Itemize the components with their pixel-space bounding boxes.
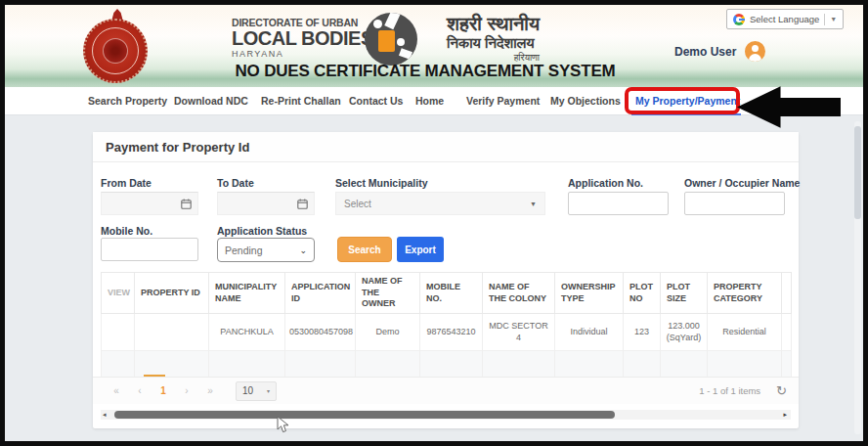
logo-shape [373,20,382,28]
owner-name-label: Owner / Occupier Name [684,177,800,189]
horizontal-scrollbar[interactable]: ◂ ▸ [101,410,791,420]
select-language-label: Select Language [750,14,819,24]
scroll-right-icon[interactable]: ▸ [783,410,787,420]
nav-item-contact-us[interactable]: Contact Us [349,87,403,115]
status-selected-value: Pending [225,245,263,256]
cell-plot-no: 123 [624,314,661,351]
mobile-no-label: Mobile No. [101,225,152,237]
vertical-scroll-thumb[interactable] [854,126,861,219]
col-view: VIEW [102,273,135,314]
nav-item-reprint-challan[interactable]: Re-Print Challan [261,87,341,115]
pager-items-info: 1 - 1 of 1 items [699,385,760,396]
cell-owner-name: Demo [356,314,420,351]
col-municipality-name: MUNICIPALITY NAME [209,273,285,314]
from-date-input[interactable] [101,192,198,215]
logo-orange-square [378,30,395,52]
nav-item-search-property[interactable]: Search Property [88,87,167,115]
col-property-category: PROPERTY CATEGORY [708,273,782,314]
cell-municipality-name: PANCHKULA [209,314,285,351]
page-content: Payment for Property Id From Date To Dat… [5,115,863,441]
application-no-input[interactable] [568,192,669,215]
pager-next-icon[interactable]: › [175,385,198,396]
col-plot-no: PLOT NO [624,273,661,314]
application-status-label: Application Status [217,225,307,237]
google-translate-widget[interactable]: Select Language ▼ [726,9,844,29]
table-header-row: VIEW PROPERTY ID MUNICIPALITY NAME APPLI… [102,273,792,314]
chevron-down-icon: ▼ [830,16,837,22]
cell-application-id: 0530080457098 [285,314,356,351]
nav-item-home[interactable]: Home [415,87,444,115]
owner-name-input[interactable] [684,192,785,215]
chevron-down-icon: ▾ [267,387,270,394]
main-navbar: Search Property Download NDC Re-Print Ch… [5,87,863,115]
cell-filler [782,314,792,351]
logo-shape [397,38,405,46]
divider [824,14,825,25]
col-colony-name: NAME OF THE COLONY [483,273,555,314]
col-plot-size: PLOT SIZE [661,273,708,314]
payment-panel: Payment for Property Id From Date To Dat… [93,132,799,428]
pager-last-icon[interactable]: » [198,385,222,396]
cell-property-id [135,314,209,351]
ulb-round-logo [365,13,417,66]
pager-prev-icon[interactable]: ‹ [128,385,152,396]
to-date-label: To Date [217,177,254,189]
calendar-icon[interactable] [181,199,192,209]
chevron-down-icon: ⌄ [299,245,307,255]
results-table: VIEW PROPERTY ID MUNICIPALITY NAME APPLI… [101,272,792,379]
user-menu[interactable]: Demo User [674,41,765,62]
to-date-input[interactable] [217,192,315,215]
municipality-label: Select Municipality [335,177,428,189]
mobile-no-input[interactable] [101,238,198,261]
col-mobile-no: MOBILE NO. [420,273,483,314]
col-owner-name: NAME OF THE OWNER [356,273,420,314]
nav-item-my-objections[interactable]: My Objections [550,87,621,115]
nav-item-verify-payment[interactable]: Verify Payment [466,87,540,115]
cell-ownership-type: Individual [555,314,624,351]
municipality-dropdown[interactable]: Select ▼ [335,192,545,215]
logo-shape [399,48,412,60]
system-title: NO DUES CERTIFICATE MANAGEMENT SYSTEM [142,62,709,81]
table-row[interactable]: PANCHKULA 0530080457098 Demo 9876543210 … [102,314,792,351]
panel-title: Payment for Property Id [93,132,799,162]
page-size-select[interactable]: 10 ▾ [236,381,277,401]
horizontal-scroll-thumb[interactable] [114,411,615,419]
application-no-label: Application No. [568,177,643,189]
emblem-seal-icon [83,19,148,83]
pager-page-1[interactable]: 1 [152,385,175,396]
col-ownership-type: OWNERSHIP TYPE [555,273,624,314]
user-name: Demo User [674,45,736,59]
vertical-scrollbar[interactable] [854,121,861,434]
department-hindi-line2: निकाय निदेशालय [447,35,540,52]
export-button[interactable]: Export [397,237,444,262]
nav-item-download-ndc[interactable]: Download NDC [174,87,248,115]
cell-view [102,314,135,351]
department-name-hindi: शहरी स्थानीय निकाय निदेशालय हरियाणा [447,13,540,64]
municipality-selected-value: Select [344,199,371,209]
site-header: DIRECTORATE OF URBAN LOCAL BODIES HARYAN… [5,5,863,87]
col-filler [782,273,792,314]
cell-plot-size: 123.000 (SqYard) [661,314,708,351]
logo-shape [384,13,402,29]
col-property-id: PROPERTY ID [135,273,209,314]
department-hindi-line1: शहरी स्थानीय [447,13,540,35]
department-line3: HARYANA [232,49,373,59]
from-date-label: From Date [101,177,152,189]
col-application-id: APPLICATION ID [285,273,356,314]
cell-colony-name: MDC SECTOR 4 [483,314,555,351]
nav-item-my-property-payment[interactable]: My Property/Payment [635,87,740,115]
scroll-left-icon[interactable]: ◂ [103,410,107,420]
cell-mobile-no: 9876543210 [420,314,483,351]
grid-pager: « ‹ 1 › » 10 ▾ 1 - 1 of 1 items ↻ [93,377,799,404]
application-status-select[interactable]: Pending ⌄ [217,238,315,262]
table-empty-row [102,351,792,379]
app-window: DIRECTORATE OF URBAN LOCAL BODIES HARYAN… [0,0,868,446]
user-avatar-icon [745,41,765,62]
refresh-icon[interactable]: ↻ [776,384,787,397]
department-name: DIRECTORATE OF URBAN LOCAL BODIES HARYAN… [232,17,373,59]
search-button[interactable]: Search [337,237,392,262]
google-icon [733,14,745,25]
calendar-icon[interactable] [297,199,308,209]
pager-first-icon[interactable]: « [105,385,128,396]
chevron-down-icon: ▼ [530,201,537,207]
